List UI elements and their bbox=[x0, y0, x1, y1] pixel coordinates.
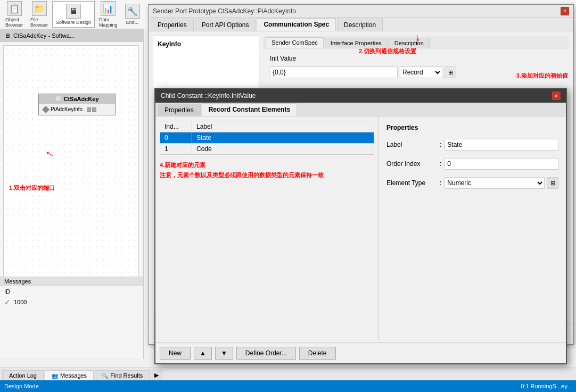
outer-dialog-title: Sender Port Prototype CtSaAdcKey::PiAdcK… bbox=[153, 7, 296, 15]
tab-find-results[interactable]: 🔍 Find Results bbox=[95, 370, 150, 380]
cell-label-1: Code bbox=[192, 144, 374, 155]
toolbar-label: DataMapping bbox=[99, 17, 118, 28]
status-bar: Design Mode 0:1 RunningS...ey... bbox=[0, 380, 576, 392]
annotation-3-arrow: ↑ bbox=[549, 73, 563, 79]
child-dialog: Child Constant ::KeyInfo.InitValue × Pro… bbox=[154, 88, 567, 364]
child-bottom-buttons: New ▲ ▼ Define Order... Delete bbox=[155, 342, 566, 363]
annotation-1-text: 1.双击对应的端口 bbox=[9, 184, 55, 192]
bottom-tab-bar: Action Log 👥 Messages 🔍 Find Results ▶ bbox=[0, 368, 576, 380]
messages-panel: Messages ID ✓ 1000 bbox=[0, 277, 144, 356]
end-icon: 🔧 bbox=[125, 4, 140, 19]
define-order-button[interactable]: Define Order... bbox=[236, 347, 296, 360]
status-file: 0:1 RunningS...ey... bbox=[521, 383, 572, 389]
col-index-header: Ind... bbox=[160, 121, 192, 132]
toolbar-label: End... bbox=[126, 20, 139, 25]
toolbar-software-design[interactable]: 🖥 Software Design bbox=[52, 1, 95, 28]
component-box: CtSaAdcKey PiAdcKeyInfo bbox=[38, 94, 116, 115]
child-dialog-title: Child Constant ::KeyInfo.InitValue bbox=[161, 92, 256, 99]
table-row-1[interactable]: 1 Code bbox=[160, 144, 374, 155]
keyinfo-label: KeyInfo bbox=[158, 40, 254, 48]
table-row-0[interactable]: 0 State bbox=[160, 132, 374, 144]
ide-background: 📋 ObjectBrowser 📁 FileBrowser 🖥 Software… bbox=[0, 0, 576, 392]
prop-order-label: Order Index bbox=[386, 160, 440, 168]
component-name: CtSaAdcKey bbox=[63, 96, 98, 102]
canvas-grid bbox=[4, 46, 138, 279]
messages-id-row: ID bbox=[0, 286, 143, 297]
tab-communication-spec[interactable]: Communication Spec bbox=[257, 18, 336, 31]
type-select[interactable]: Record Numeric String bbox=[400, 66, 442, 78]
port-label: PiAdcKeyInfo bbox=[51, 106, 83, 112]
object-browser-icon: 📋 bbox=[7, 1, 22, 16]
prop-element-type-select[interactable]: Numeric String Boolean bbox=[445, 177, 545, 189]
port-handle-1 bbox=[87, 107, 91, 112]
prop-element-type-colon: : bbox=[440, 179, 441, 187]
prop-order-input[interactable] bbox=[445, 158, 558, 170]
port-row: PiAdcKeyInfo bbox=[39, 104, 115, 115]
tab-messages[interactable]: 👥 Messages bbox=[45, 370, 94, 380]
outer-dialog-titlebar: Sender Port Prototype CtSaAdcKey::PiAdcK… bbox=[149, 5, 573, 18]
tab-description[interactable]: Description bbox=[337, 19, 383, 31]
check-icon: ✓ bbox=[4, 298, 11, 306]
tab-interface-props[interactable]: Interface Properties bbox=[325, 38, 388, 48]
tab-description-right[interactable]: Description bbox=[389, 38, 430, 48]
col-label-header: Label bbox=[192, 121, 374, 132]
file-browser-icon: 📁 bbox=[32, 1, 47, 16]
port-handle-2 bbox=[92, 107, 96, 112]
down-button[interactable]: ▼ bbox=[215, 347, 233, 360]
messages-id-label: ID bbox=[4, 288, 10, 295]
up-button[interactable]: ▲ bbox=[194, 347, 212, 360]
add-init-btn[interactable]: ⊞ bbox=[445, 66, 456, 78]
outer-dialog-close-btn[interactable]: × bbox=[561, 7, 569, 15]
child-dialog-close-btn[interactable]: × bbox=[552, 91, 561, 100]
prop-element-type-row: Element Type : Numeric String Boolean ⊞ bbox=[386, 177, 558, 189]
tab-sender-comspec[interactable]: Sender ComSpec bbox=[266, 37, 324, 48]
annotation-4-line1: 4.新建对应的元素 bbox=[160, 161, 374, 169]
child-tab-properties[interactable]: Properties bbox=[158, 104, 201, 116]
properties-title: Properties bbox=[386, 124, 558, 131]
prop-label-colon: : bbox=[440, 141, 441, 148]
element-type-btn[interactable]: ⊞ bbox=[547, 177, 558, 189]
prop-label-text: Label bbox=[386, 141, 440, 148]
annotation-2: 2.切换到通信规格设置 bbox=[359, 47, 416, 55]
canvas-area: CtSaAdcKey PiAdcKeyInfo 1.双击对应的端口 ↑ bbox=[3, 45, 139, 279]
child-dialog-titlebar: Child Constant ::KeyInfo.InitValue × bbox=[155, 89, 566, 103]
delete-button[interactable]: Delete bbox=[299, 347, 336, 360]
toolbar-end[interactable]: 🔧 End... bbox=[122, 2, 143, 27]
prop-label-input[interactable] bbox=[445, 139, 558, 151]
child-dialog-content: Ind... Label 0 State 1 Code bbox=[155, 116, 566, 340]
cell-index-1: 1 bbox=[160, 144, 192, 155]
tab-icon: 🖥 bbox=[4, 32, 10, 39]
toolbar-file-browser[interactable]: 📁 FileBrowser bbox=[27, 0, 51, 30]
prop-order-colon: : bbox=[440, 160, 441, 168]
tab-find-label: Find Results bbox=[110, 372, 143, 379]
new-button[interactable]: New bbox=[160, 347, 191, 360]
software-design-icon: 🖥 bbox=[66, 4, 81, 19]
messages-id-value-row: ✓ 1000 bbox=[0, 297, 143, 307]
prop-label-row: Label : bbox=[386, 139, 558, 151]
toolbar-data-mapping[interactable]: 📊 DataMapping bbox=[96, 0, 121, 30]
elements-table: Ind... Label 0 State 1 Code bbox=[160, 121, 374, 155]
tab-messages-label: Messages bbox=[60, 372, 87, 379]
status-mode: Design Mode bbox=[4, 383, 39, 389]
cell-label-0: State bbox=[192, 132, 374, 144]
object-browser-tab[interactable]: 🖥 CtSaAdcKey - Softwa... bbox=[0, 29, 143, 42]
tab-label: CtSaAdcKey - Softwa... bbox=[13, 32, 75, 39]
init-value-input[interactable] bbox=[270, 66, 398, 78]
annotation-4-line2: 注意，元素个数以及类型必须跟使用的数据类型的元素保持一致 bbox=[160, 171, 374, 179]
toolbar-object-browser[interactable]: 📋 ObjectBrowser bbox=[2, 0, 26, 30]
port-diamond bbox=[42, 105, 50, 113]
toolbar-label: ObjectBrowser bbox=[5, 17, 23, 28]
data-mapping-icon: 📊 bbox=[101, 1, 116, 16]
component-icon bbox=[55, 96, 61, 102]
tab-action-log[interactable]: Action Log bbox=[2, 370, 44, 380]
child-tab-record-elements[interactable]: Record Constant Elements bbox=[202, 103, 297, 116]
tab-extra[interactable]: ▶ bbox=[151, 370, 162, 380]
component-title-bar: CtSaAdcKey bbox=[39, 94, 115, 104]
child-right-panel: Properties Label : Order Index : Element… bbox=[379, 116, 566, 340]
tab-properties[interactable]: Properties bbox=[151, 19, 194, 31]
messages-id-value: 1000 bbox=[14, 299, 27, 305]
toolbar-label: FileBrowser bbox=[30, 17, 48, 28]
tab-port-api[interactable]: Port API Options bbox=[195, 19, 256, 31]
prop-order-row: Order Index : bbox=[386, 158, 558, 170]
cell-index-0: 0 bbox=[160, 132, 192, 144]
